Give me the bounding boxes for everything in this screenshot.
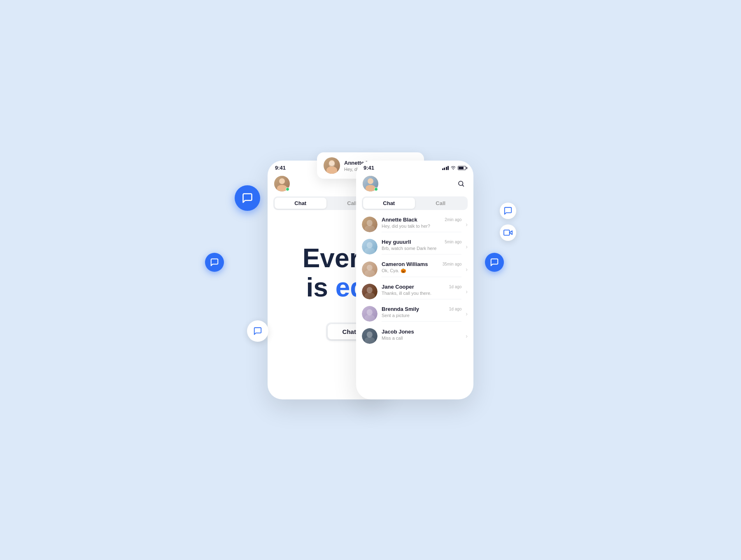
float-video-icon-right[interactable]	[500, 224, 516, 241]
chat-name-row: Annette Black 2min ago	[382, 217, 461, 223]
chat-avatar	[362, 217, 377, 232]
chat-avatar	[362, 306, 377, 322]
float-chat-icon-blue[interactable]	[235, 185, 260, 211]
chat-name-row: Jane Cooper 1d ago	[382, 284, 461, 290]
status-icons-right	[442, 166, 466, 170]
chat-info: Jane Cooper 1d ago Thanks, ill call you …	[382, 284, 461, 299]
page: 9:41	[0, 0, 741, 560]
float-chat-icon-right[interactable]	[500, 203, 516, 219]
chat-name: Brennda Smily	[382, 306, 419, 312]
chat-info: Annette Black 2min ago Hey, did you talk…	[382, 217, 461, 232]
chat-name-row: Brennda Smily 1d ago	[382, 306, 461, 312]
float-chat-outline-icon[interactable]	[247, 320, 268, 342]
svg-marker-4	[510, 231, 512, 234]
chat-list-container: Annette Black 2min ago Hey, did you talk…	[356, 213, 473, 347]
chat-item[interactable]: Brennda Smily 1d ago Sent a picture ›	[356, 303, 473, 325]
chat-preview: Sent a picture	[382, 313, 461, 318]
chat-info: Brennda Smily 1d ago Sent a picture	[382, 306, 461, 322]
chat-time: 1d ago	[449, 285, 462, 289]
chat-item[interactable]: Annette Black 2min ago Hey, did you talk…	[356, 213, 473, 236]
wifi-icon-right	[450, 166, 456, 170]
svg-rect-5	[504, 230, 510, 236]
status-bar-right: 9:41	[356, 161, 473, 173]
tab-chat-right[interactable]: Chat	[363, 198, 415, 209]
chat-list-right: Annette Black 2min ago Hey, did you talk…	[356, 213, 473, 399]
chat-item[interactable]: Cameron Williams 35min ago Ok, Cya. 🎃 ›	[356, 258, 473, 280]
chat-preview: Brb, watch some Dark here	[382, 246, 461, 251]
headline-line2-normal: is	[306, 273, 336, 302]
chat-item[interactable]: Hey guuurll 5min ago Brb, watch some Dar…	[356, 236, 473, 258]
right-phone-screen: 9:41	[356, 161, 473, 399]
chat-item[interactable]: Jacob Jones Miss a call ›	[356, 325, 473, 347]
chat-name: Jane Cooper	[382, 284, 414, 290]
chat-time: 5min ago	[445, 240, 461, 244]
chat-arrow-icon: ›	[466, 221, 468, 228]
chat-name-row: Jacob Jones	[382, 329, 461, 335]
signal-icon-right	[442, 166, 449, 170]
user-avatar-right[interactable]	[363, 176, 378, 191]
battery-icon-right	[458, 166, 466, 170]
chat-preview: Ok, Cya. 🎃	[382, 268, 461, 273]
chat-arrow-icon: ›	[466, 310, 468, 317]
chat-item[interactable]: Jane Cooper 1d ago Thanks, ill call you …	[356, 280, 473, 303]
chat-name: Cameron Williams	[382, 261, 428, 267]
chat-arrow-icon: ›	[466, 266, 468, 273]
chat-info: Jacob Jones Miss a call	[382, 329, 461, 344]
chat-arrow-icon: ›	[466, 288, 468, 295]
chat-avatar	[362, 239, 377, 254]
chat-avatar	[362, 328, 377, 344]
chat-name-row: Cameron Williams 35min ago	[382, 261, 461, 267]
chat-time: 1d ago	[449, 307, 462, 311]
chat-time: 2min ago	[445, 217, 461, 222]
notif-avatar	[324, 157, 340, 174]
tab-switcher-right: Chat Call	[362, 196, 468, 210]
status-time-right: 9:41	[364, 165, 374, 171]
online-indicator-right	[374, 187, 378, 191]
fab-left[interactable]	[205, 253, 224, 272]
chat-avatar	[362, 261, 377, 277]
chat-time: 35min ago	[443, 262, 462, 266]
chat-name: Hey guuurll	[382, 239, 411, 245]
chat-preview: Hey, did you talk to her?	[382, 224, 461, 229]
chat-preview: Miss a call	[382, 336, 461, 341]
chat-arrow-icon: ›	[466, 243, 468, 250]
chat-info: Cameron Williams 35min ago Ok, Cya. 🎃	[382, 261, 461, 277]
phone-header-right	[356, 173, 473, 193]
tab-call-right[interactable]: Call	[415, 198, 467, 209]
search-button-right[interactable]	[455, 178, 467, 189]
fab-right[interactable]	[485, 253, 504, 272]
chat-name-row: Hey guuurll 5min ago	[382, 239, 461, 245]
chat-name: Annette Black	[382, 217, 417, 223]
chat-info: Hey guuurll 5min ago Brb, watch some Dar…	[382, 239, 461, 254]
chat-preview: Thanks, ill call you there.	[382, 291, 461, 296]
chat-arrow-icon: ›	[466, 333, 468, 339]
chat-name: Jacob Jones	[382, 329, 414, 335]
chat-avatar	[362, 284, 377, 299]
